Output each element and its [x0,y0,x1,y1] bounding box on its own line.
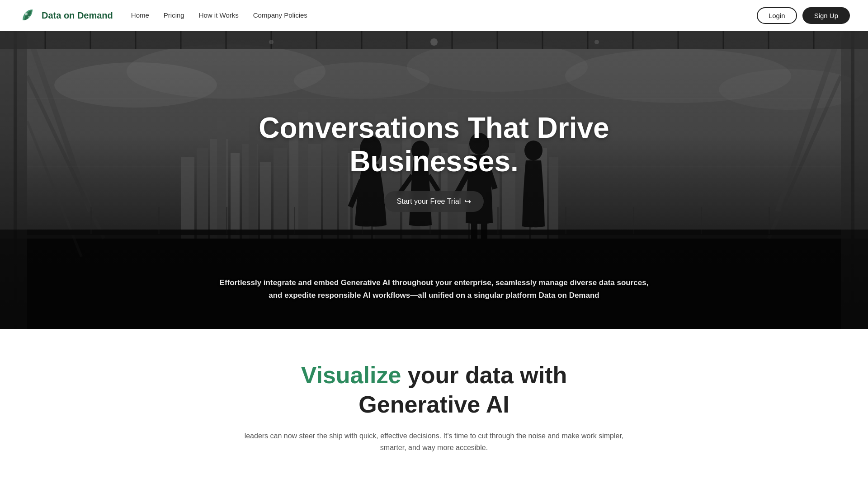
visualize-heading-line2: Generative AI [359,391,509,418]
nav-link-how-it-works[interactable]: How it Works [199,11,239,19]
logo-text: Data on Demand [42,10,113,21]
visualize-highlight: Visualize [301,362,401,388]
svg-point-1 [25,13,28,15]
hero-subtitle: Effortlessly integrate and embed Generat… [217,277,651,302]
svg-point-2 [28,16,30,18]
nav-link-home[interactable]: Home [131,11,149,19]
hero-cta-button[interactable]: Start your Free Trial ↪ [384,191,484,212]
hero-content: Conversations That Drive Businesses. Sta… [190,112,678,211]
nav-links: Home Pricing How it Works Company Polici… [131,11,307,19]
nav-link-pricing[interactable]: Pricing [164,11,184,19]
logo-area: Data on Demand [18,6,113,25]
nav-item-how-it-works[interactable]: How it Works [199,11,239,19]
hero-cta-label: Start your Free Trial [397,197,461,206]
visualize-heading: Visualize your data with Generative AI [18,361,850,419]
hero-title: Conversations That Drive Businesses. [208,112,660,178]
visualize-section: Visualize your data with Generative AI l… [0,329,868,476]
visualize-heading-rest: your data with [401,362,567,388]
logo-icon [18,6,37,25]
hero-section: Conversations That Drive Businesses. Sta… [0,31,868,329]
visualize-subtitle: leaders can now steer the ship with quic… [231,430,637,453]
navbar-right: Login Sign Up [757,7,850,24]
login-button[interactable]: Login [757,7,797,24]
nav-link-company-policies[interactable]: Company Policies [253,11,307,19]
nav-item-home[interactable]: Home [131,11,149,19]
signup-button[interactable]: Sign Up [802,7,850,24]
navbar: Data on Demand Home Pricing How it Works… [0,0,868,31]
nav-item-pricing[interactable]: Pricing [164,11,184,19]
arrow-icon: ↪ [464,197,471,206]
navbar-left: Data on Demand Home Pricing How it Works… [18,6,307,25]
nav-item-company-policies[interactable]: Company Policies [253,11,307,19]
